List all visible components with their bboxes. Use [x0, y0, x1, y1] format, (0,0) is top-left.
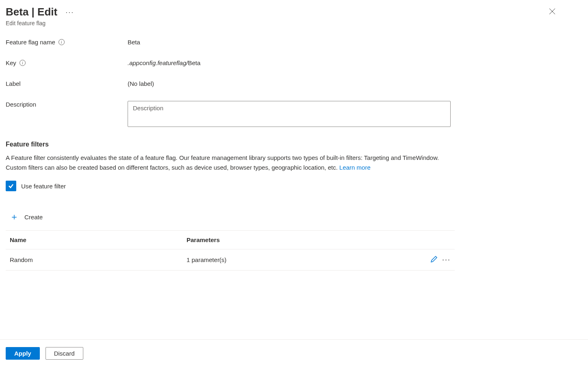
use-filter-checkbox[interactable]	[6, 181, 16, 191]
name-value: Beta	[128, 39, 140, 46]
form-row-name: Feature flag name i Beta	[6, 39, 582, 46]
create-filter-button[interactable]: ＋ Create	[6, 203, 455, 231]
header-left: Beta | Edit ··· Edit feature flag	[6, 6, 74, 26]
table-row: Random 1 parameter(s) ···	[6, 249, 455, 271]
learn-more-link[interactable]: Learn more	[339, 164, 371, 171]
col-header-name: Name	[10, 236, 176, 243]
info-icon[interactable]: i	[59, 39, 65, 45]
info-icon[interactable]: i	[20, 60, 26, 66]
use-filter-checkbox-row: Use feature filter	[6, 181, 582, 191]
description-label-text: Description	[6, 101, 36, 108]
title-row: Beta | Edit ···	[6, 6, 74, 18]
form-row-label: Label (No label)	[6, 80, 582, 87]
row-more-button[interactable]: ···	[442, 256, 451, 264]
filters-desc-text: A Feature filter consistently evaluates …	[6, 154, 439, 171]
description-input[interactable]	[128, 101, 451, 127]
key-label: Key i	[6, 59, 128, 66]
page-subtitle: Edit feature flag	[6, 20, 74, 26]
create-label: Create	[24, 214, 43, 221]
table-header: Name Parameters	[6, 231, 455, 249]
row-actions: ···	[430, 255, 451, 264]
key-label-text: Key	[6, 59, 16, 66]
close-icon	[549, 8, 555, 15]
page-title: Beta | Edit	[6, 6, 57, 18]
label-value: (No label)	[128, 80, 154, 87]
label-label: Label	[6, 80, 128, 87]
row-name: Random	[10, 256, 176, 263]
key-suffix: Beta	[188, 59, 200, 66]
key-prefix: .appconfig.featureflag/	[128, 59, 188, 66]
pencil-icon	[430, 255, 438, 263]
check-icon	[8, 183, 14, 189]
close-button[interactable]	[547, 6, 558, 19]
edit-button[interactable]	[430, 255, 438, 264]
filters-section-title: Feature filters	[6, 141, 582, 148]
label-label-text: Label	[6, 80, 21, 87]
description-label: Description	[6, 101, 128, 108]
page-header: Beta | Edit ··· Edit feature flag	[6, 6, 582, 26]
filters-section-desc: A Feature filter consistently evaluates …	[6, 153, 457, 173]
filters-table: Name Parameters Random 1 parameter(s) ··…	[6, 231, 455, 271]
use-filter-label: Use feature filter	[21, 183, 66, 190]
form-row-description: Description	[6, 101, 582, 127]
form-row-key: Key i .appconfig.featureflag/Beta	[6, 59, 582, 66]
plus-icon: ＋	[10, 211, 19, 223]
more-menu-button[interactable]: ···	[65, 9, 74, 16]
name-label-text: Feature flag name	[6, 39, 55, 46]
name-label: Feature flag name i	[6, 39, 128, 46]
col-header-params: Parameters	[176, 236, 451, 243]
row-params: 1 parameter(s)	[176, 256, 430, 263]
key-value: .appconfig.featureflag/Beta	[128, 59, 200, 66]
